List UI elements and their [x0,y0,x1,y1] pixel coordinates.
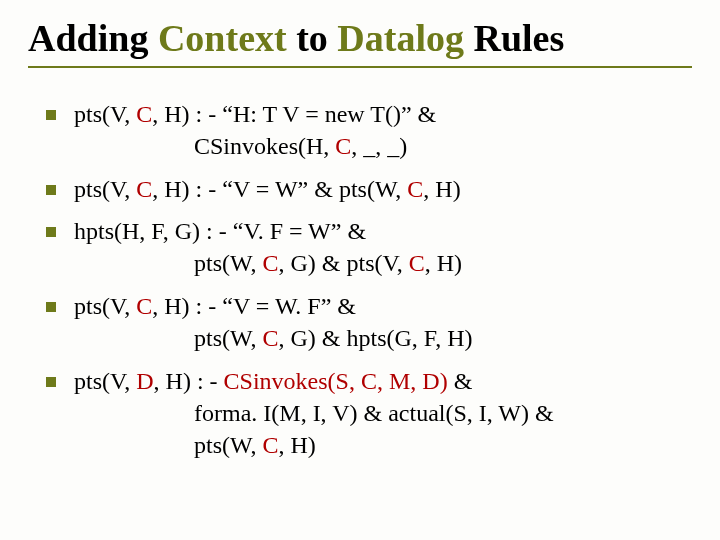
b4-cont-pre: pts(W, [194,325,262,351]
b2-red1: C [136,176,152,202]
b5-cont1: forma. I(M, I, V) & actual(S, I, W) & [74,397,692,429]
b1-pre: pts(V, [74,101,136,127]
b1-red: C [136,101,152,127]
b2-red2: C [407,176,423,202]
b4-pre: pts(V, [74,293,136,319]
b2-post: , H) [423,176,460,202]
b1-cont-pre: CSinvokes(H, [194,133,335,159]
b1-cont-post: , _, _) [351,133,407,159]
b3-cont-red1: C [262,250,278,276]
title-word-3: to [296,17,328,59]
b5-red1: D [136,368,153,394]
title-word-2: Context [158,17,287,59]
b1-post: , H) : - “H: T V = new T()” & [152,101,436,127]
b5-red3: D [422,368,439,394]
b5-cont2-red: C [262,432,278,458]
b2-pre: pts(V, [74,176,136,202]
b4-cont: pts(W, C, G) & hpts(G, F, H) [74,322,692,354]
b4-red: C [136,293,152,319]
b1-text: pts(V, C, H) : - “H: T V = new T()” & [74,101,436,127]
b5-redcall: CSinvokes(S, C, M, D) [224,368,448,394]
b1-cont-red: C [335,133,351,159]
b5-cont2-pre: pts(W, [194,432,262,458]
b5-red2: C [361,368,377,394]
bullet-5: pts(V, D, H) : - CSinvokes(S, C, M, D) &… [46,365,692,462]
b3-cont-post: , H) [425,250,462,276]
b1-cont: CSinvokes(H, C, _, _) [74,130,692,162]
b5-post: & [448,368,473,394]
slide-title: Adding Context to Datalog Rules [28,18,692,60]
b5-mid-pre: CSinvokes(S, [224,368,361,394]
b3-cont-red2: C [409,250,425,276]
b5-mid-mid: , M, [377,368,422,394]
title-word-1: Adding [28,17,148,59]
b3-cont-pre: pts(W, [194,250,262,276]
b4-post: , H) : - “V = W. F” & [152,293,356,319]
b5-cont2-post: , H) [278,432,315,458]
b5-mid-post: ) [440,368,448,394]
b2-mid: , H) : - “V = W” & pts(W, [152,176,407,202]
b4-text: pts(V, C, H) : - “V = W. F” & [74,293,356,319]
b4-cont-red: C [262,325,278,351]
b5-text: pts(V, D, H) : - CSinvokes(S, C, M, D) & [74,368,472,394]
b2-text: pts(V, C, H) : - “V = W” & pts(W, C, H) [74,176,461,202]
b4-cont-post: , G) & hpts(G, F, H) [278,325,472,351]
title-word-5: Rules [473,17,564,59]
b3-cont: pts(W, C, G) & pts(V, C, H) [74,247,692,279]
bullet-list: pts(V, C, H) : - “H: T V = new T()” & CS… [46,98,692,462]
bullet-4: pts(V, C, H) : - “V = W. F” & pts(W, C, … [46,290,692,355]
b3-cont-mid: , G) & pts(V, [278,250,408,276]
b3-line1: hpts(H, F, G) : - “V. F = W” & [74,218,366,244]
b5-cont2: pts(W, C, H) [74,429,692,461]
bullet-2: pts(V, C, H) : - “V = W” & pts(W, C, H) [46,173,692,205]
title-underline [28,66,692,68]
bullet-3: hpts(H, F, G) : - “V. F = W” & pts(W, C,… [46,215,692,280]
b5-mid1: , H) : - [154,368,224,394]
slide: Adding Context to Datalog Rules pts(V, C… [0,0,720,540]
bullet-1: pts(V, C, H) : - “H: T V = new T()” & CS… [46,98,692,163]
title-word-4: Datalog [337,17,464,59]
b5-pre: pts(V, [74,368,136,394]
